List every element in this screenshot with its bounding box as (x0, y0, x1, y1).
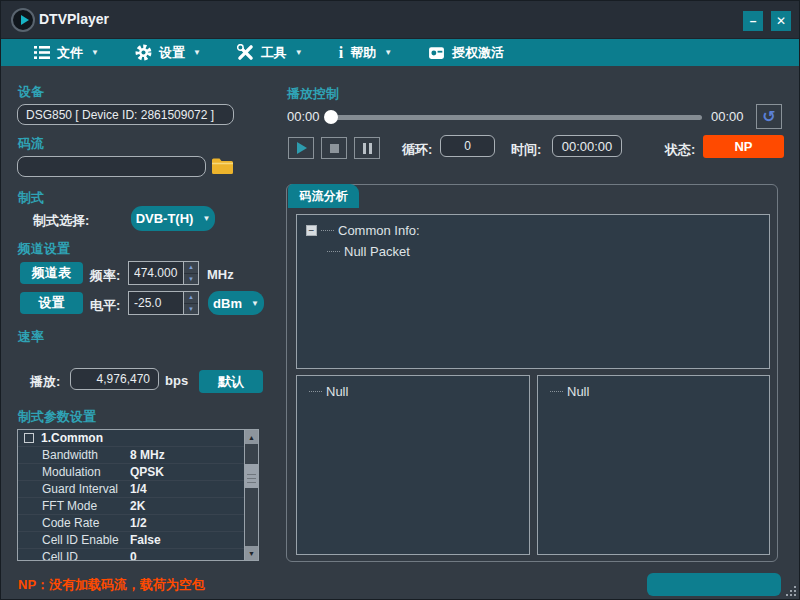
rate-play-label: 播放: (30, 373, 60, 391)
loop-count-input[interactable] (440, 135, 495, 157)
gear-icon (135, 44, 152, 61)
level-unit-select[interactable]: dBm ▼ (208, 291, 264, 315)
param-name: Guard Interval (18, 482, 122, 496)
play-button[interactable] (288, 137, 314, 159)
slider-thumb[interactable] (324, 110, 338, 124)
params-table: 1.Common Bandwidth8 MHz ModulationQPSK G… (17, 429, 259, 561)
chevron-down-icon: ▼ (384, 48, 392, 57)
reload-button[interactable]: ↺ (756, 104, 782, 129)
play-icon (297, 142, 307, 154)
frequency-input[interactable] (129, 262, 183, 284)
window-title: DTVPlayer (39, 11, 109, 27)
menu-settings[interactable]: 设置 ▼ (135, 44, 201, 62)
menu-settings-label: 设置 (159, 44, 185, 62)
seek-slider[interactable] (326, 115, 702, 120)
close-button[interactable]: ✕ (771, 11, 791, 31)
loop-label: 循环: (402, 141, 432, 159)
spin-up-icon[interactable]: ▲ (184, 292, 198, 304)
params-header-row[interactable]: 1.Common (18, 430, 244, 447)
frequency-spinner: ▲ ▼ (128, 261, 199, 285)
frequency-unit-label: MHz (207, 267, 234, 282)
standard-select-value: DVB-T(H) (136, 211, 194, 226)
device-field[interactable] (17, 104, 234, 125)
tree-connector (327, 251, 340, 252)
progress-bar (647, 573, 781, 596)
table-row[interactable]: Cell ID EnableFalse (18, 532, 244, 549)
spin-down-icon[interactable]: ▼ (184, 274, 198, 285)
table-row[interactable]: ModulationQPSK (18, 464, 244, 481)
folder-icon (211, 157, 234, 175)
default-button[interactable]: 默认 (199, 370, 263, 393)
tree-child-label: Null Packet (344, 244, 410, 259)
chevron-down-icon: ▼ (202, 214, 210, 223)
table-row[interactable]: Code Rate1/2 (18, 515, 244, 532)
scroll-up-icon[interactable]: ▲ (245, 430, 258, 444)
level-input[interactable] (129, 292, 183, 314)
params-checkbox[interactable] (24, 433, 34, 443)
level-label: 电平: (90, 297, 120, 315)
app-logo-icon (11, 8, 35, 32)
tab-stream-analysis[interactable]: 码流分析 (288, 184, 359, 208)
menu-license-activate[interactable]: 授权激活 (428, 44, 504, 62)
playback-section-label: 播放控制 (287, 85, 339, 103)
menu-license-label: 授权激活 (452, 44, 504, 62)
chevron-down-icon: ▼ (193, 48, 201, 57)
reload-icon: ↺ (762, 107, 775, 126)
resize-grip[interactable] (784, 584, 796, 596)
scrollbar-thumb[interactable] (245, 464, 258, 488)
minimize-button[interactable]: – (743, 11, 763, 31)
tree-item-common-info[interactable]: − Common Info: (306, 223, 420, 238)
np-status-note: NP：没有加载码流，载荷为空包 (18, 576, 205, 594)
spin-up-icon[interactable]: ▲ (184, 262, 198, 274)
browse-folder-button[interactable] (211, 157, 234, 179)
chevron-down-icon: ▼ (295, 48, 303, 57)
chevron-down-icon: ▼ (91, 48, 99, 57)
chevron-down-icon: ▼ (251, 299, 259, 308)
param-value: 8 MHz (122, 448, 244, 462)
total-time-label: 00:00 (711, 109, 744, 124)
analysis-tree-panel: − Common Info: Null Packet (296, 214, 770, 369)
param-name: Cell ID (18, 550, 122, 561)
table-row[interactable]: Guard Interval1/4 (18, 481, 244, 498)
param-value: False (122, 533, 244, 547)
menu-help[interactable]: i 帮助 ▼ (339, 44, 392, 62)
rate-input[interactable] (70, 368, 159, 390)
tree-item-null-packet[interactable]: Null Packet (327, 244, 410, 259)
time-field[interactable] (552, 135, 622, 157)
left-null-label: Null (326, 384, 348, 399)
standard-select[interactable]: DVB-T(H) ▼ (131, 206, 215, 231)
info-icon: i (339, 44, 343, 62)
table-row[interactable]: Cell ID0 (18, 549, 244, 561)
table-row[interactable]: FFT Mode2K (18, 498, 244, 515)
pause-button[interactable] (354, 137, 380, 159)
params-scrollbar[interactable]: ▲ ▼ (244, 430, 258, 560)
list-icon (34, 46, 50, 59)
params-header-label: 1.Common (41, 431, 103, 445)
tree-root-label: Common Info: (338, 223, 420, 238)
standard-select-label: 制式选择: (33, 212, 89, 230)
table-row[interactable]: Bandwidth8 MHz (18, 447, 244, 464)
channel-set-button[interactable]: 设置 (20, 292, 83, 314)
tree-item-null-right[interactable]: Null (550, 384, 589, 399)
param-name: Modulation (18, 465, 122, 479)
menu-tools-label: 工具 (261, 44, 287, 62)
menu-file[interactable]: 文件 ▼ (34, 44, 99, 62)
spin-down-icon[interactable]: ▼ (184, 304, 198, 315)
stream-file-field[interactable] (17, 156, 206, 177)
param-value: 1/2 (122, 516, 244, 530)
param-name: Bandwidth (18, 448, 122, 462)
stream-section-label: 码流 (18, 135, 44, 153)
dtvplayer-window: DTVPlayer – ✕ 文件 ▼ 设置 ▼ 工具 ▼ i 帮助 ▼ 授权激活 (0, 0, 800, 600)
license-icon (428, 45, 445, 60)
menu-tools[interactable]: 工具 ▼ (237, 44, 303, 62)
stop-button[interactable] (321, 137, 347, 159)
channel-section-label: 频道设置 (18, 240, 70, 258)
channel-table-button[interactable]: 频道表 (20, 262, 83, 284)
tools-icon (237, 44, 254, 61)
frequency-label: 频率: (90, 267, 120, 285)
tree-item-null-left[interactable]: Null (309, 384, 348, 399)
scroll-down-icon[interactable]: ▼ (245, 546, 258, 560)
stream-analysis-group: 码流分析 − Common Info: Null Packet Null Nul… (286, 184, 778, 562)
param-value: QPSK (122, 465, 244, 479)
collapse-icon[interactable]: − (306, 225, 317, 236)
